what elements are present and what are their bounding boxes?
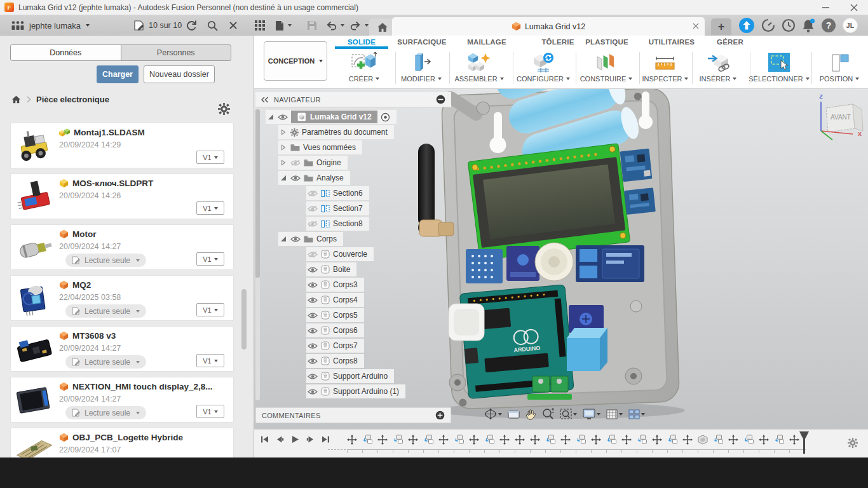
save-status[interactable]: 10 sur 10 [133,18,182,33]
close-tab-button[interactable] [690,20,702,32]
play-button[interactable] [291,435,299,444]
new-tab-button[interactable]: + [711,18,731,36]
visibility-eye-icon[interactable] [308,190,318,197]
tree-row[interactable]: Corps [255,231,451,247]
readonly-badge[interactable]: Lecture seule [65,304,146,318]
timeline-playhead-stem[interactable] [803,437,805,454]
ribbon-group-créer[interactable]: CRÉER [335,50,393,86]
add-comment-icon[interactable] [435,410,445,420]
timeline-feature-copy[interactable] [606,434,616,445]
tree-row[interactable]: Section7 [255,201,451,216]
user-menu[interactable]: jephte lumaka [29,18,90,33]
file-card[interactable]: NEXTION_HMI touch display_2,8...20/09/20… [10,377,234,423]
timeline-feature-move[interactable] [438,434,449,445]
timeline-feature-move[interactable] [530,434,540,445]
tree-row[interactable]: Section8 [255,216,451,231]
go-to-end-button[interactable] [322,435,330,444]
app-grid-button[interactable] [255,18,265,33]
account-avatar[interactable]: JL [843,18,858,33]
minimize-button[interactable] [812,0,840,15]
close-window-button[interactable] [840,0,868,15]
timeline-feature-move[interactable] [789,434,799,445]
timeline-feature-move[interactable] [560,434,571,445]
collapse-panel-icon[interactable] [261,97,269,103]
timeline-feature-copy[interactable] [454,434,464,445]
refresh-button[interactable] [186,18,197,33]
tree-row[interactable]: Lumaka Grid v12 [255,109,451,125]
tree-row[interactable]: Corps4 [255,292,451,308]
timeline-feature-move[interactable] [759,434,769,445]
tree-row[interactable]: Paramètres du document [255,125,451,140]
zoom-tool[interactable] [542,408,554,420]
upload-button[interactable]: Charger [97,65,139,83]
file-list-scrollbar[interactable] [241,289,247,349]
tree-row[interactable]: Analyse [255,170,451,186]
timeline-feature-appearance[interactable] [698,434,708,445]
ribbon-group-sélectionner[interactable]: SÉLECTIONNER [742,50,816,86]
file-card[interactable]: Motor20/09/2024 14:27Lecture seuleV1 [10,224,234,270]
version-select[interactable]: V1 [196,151,224,164]
visibility-eye-icon[interactable] [308,327,318,334]
ribbon-tab-tôlerie[interactable]: TÔLERIE [541,38,574,46]
panel-tab-personnes[interactable]: Personnes [121,45,231,60]
tree-row[interactable]: Support Arduino [255,369,451,384]
ribbon-group-insérer[interactable]: INSÉRER [691,50,745,86]
orbit-tool[interactable] [484,408,502,420]
timeline-feature-move[interactable] [652,434,662,445]
visibility-eye-icon[interactable] [308,342,318,349]
visibility-eye-icon[interactable] [290,175,301,182]
timeline-feature-move[interactable] [469,434,479,445]
version-select[interactable]: V1 [196,303,224,316]
ribbon-tab-utilitaires[interactable]: UTILITAIRES [649,38,695,46]
timeline-feature-copy[interactable] [667,434,677,445]
visibility-eye-icon[interactable] [308,220,318,227]
timeline-feature-copy[interactable] [743,434,754,445]
minimize-panel-icon[interactable] [436,95,445,104]
viewports-tool[interactable] [628,409,645,419]
readonly-badge[interactable]: Lecture seule [65,355,146,369]
tree-row[interactable]: Support Arduino (1) [255,384,451,399]
timeline-feature-move[interactable] [408,434,418,445]
version-select[interactable]: V1 [196,405,224,418]
ribbon-tab-maillage[interactable]: MAILLAGE [467,38,506,46]
timeline-feature-move[interactable] [591,434,601,445]
step-forward-button[interactable] [306,435,315,444]
timeline-feature-move[interactable] [728,434,738,445]
undo-button[interactable] [326,18,344,33]
tree-row[interactable]: Corps6 [255,323,451,338]
ribbon-tab-surfacique[interactable]: SURFACIQUE [397,38,446,46]
notifications-button[interactable] [801,18,816,33]
tree-row[interactable]: Corps3 [255,277,451,292]
timeline-feature-move[interactable] [621,434,632,445]
tree-row[interactable]: Corps8 [255,353,451,369]
visibility-eye-icon[interactable] [308,297,318,304]
timeline-feature-copy[interactable] [637,434,647,445]
tree-row[interactable]: Vues nommées [255,140,451,155]
ribbon-group-assembler[interactable]: ASSEMBLER [448,50,510,86]
visibility-eye-icon[interactable] [278,114,288,121]
visibility-eye-icon[interactable] [290,159,301,166]
file-card[interactable]: MOS-ключ.SLDPRT20/09/2024 14:26V1 [10,173,234,219]
save-button[interactable] [307,18,317,33]
file-card[interactable]: Montaj1.SLDASM20/09/2024 14:29V1 [10,123,234,168]
expand-closed-icon[interactable] [280,129,287,135]
timeline-feature-move[interactable] [682,434,693,445]
tree-row[interactable]: Corps5 [255,308,451,323]
grid-display-tool[interactable] [606,409,623,419]
version-select[interactable]: V1 [196,201,224,215]
tree-row[interactable]: Origine [255,155,451,170]
timeline-feature-copy[interactable] [362,434,372,445]
redo-button[interactable] [350,18,369,33]
help-button[interactable]: ? [821,18,836,33]
timeline-feature-move[interactable] [515,434,525,445]
ribbon-group-construire[interactable]: CONSTRUIRE [575,50,637,86]
expand-open-icon[interactable] [280,175,287,181]
search-button[interactable] [207,18,218,33]
visibility-eye-icon[interactable] [308,373,318,380]
file-card[interactable]: MT3608 v320/09/2024 14:27Lecture seuleV1 [10,326,234,372]
visibility-eye-icon[interactable] [308,266,318,273]
timeline-feature-copy[interactable] [484,434,494,445]
expand-open-icon[interactable] [267,114,275,120]
document-tab[interactable]: Lumaka Grid v12 [392,17,705,36]
timeline-feature-move[interactable] [499,434,510,445]
